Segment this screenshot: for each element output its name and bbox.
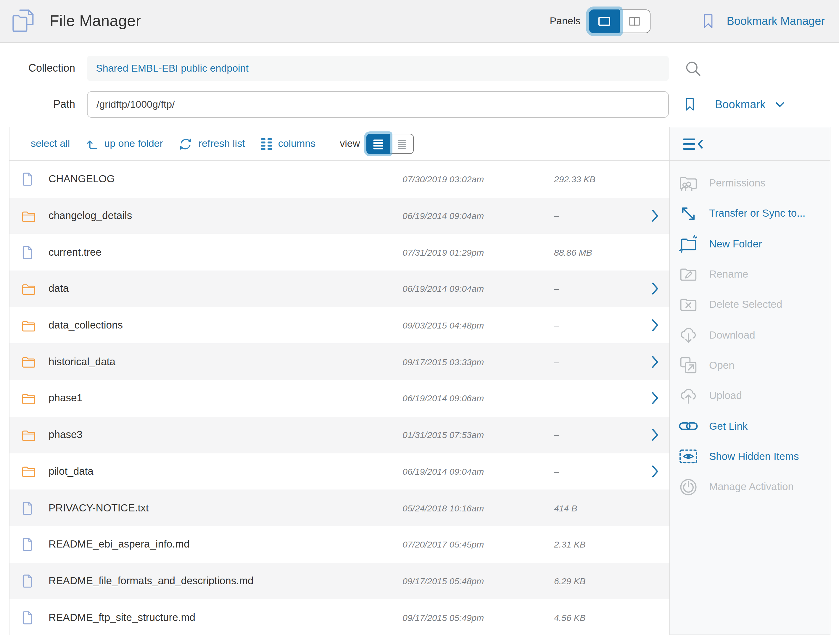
list-toolbar: select all up one folder: [10, 127, 670, 161]
item-size: 88.86 MB: [545, 247, 641, 257]
folder-row[interactable]: phase1 06/19/2014 09:06am –: [10, 380, 670, 416]
item-size: –: [545, 357, 641, 367]
view-list-icon: [372, 138, 385, 150]
file-row[interactable]: README_ebi_aspera_info.md 07/20/2017 05:…: [10, 526, 670, 563]
sidebar-item-get-link[interactable]: Get Link: [670, 411, 829, 442]
folder-row[interactable]: historical_data 09/17/2015 03:33pm –: [10, 343, 670, 380]
file-row[interactable]: README_ftp_site_structure.md 09/17/2015 …: [10, 599, 670, 636]
up-one-folder-button[interactable]: up one folder: [86, 138, 163, 150]
chevron-down-icon: [775, 102, 784, 107]
folder-row[interactable]: changelog_details 06/19/2014 09:04am –: [10, 197, 670, 234]
rename-icon: [678, 264, 699, 284]
select-all-button[interactable]: select all: [31, 138, 70, 150]
panels-dual-button[interactable]: [619, 9, 650, 33]
bookmark-manager-link[interactable]: Bookmark Manager: [702, 13, 825, 29]
endpoint-fields: Collection Shared EMBL-EBI public endpoi…: [0, 56, 839, 118]
folder-row[interactable]: data_collections 09/03/2015 04:48pm –: [10, 307, 670, 343]
panels-single-button[interactable]: [589, 9, 619, 33]
manage-activation-icon: [678, 477, 699, 497]
item-date: 06/19/2014 09:04am: [389, 467, 545, 476]
item-name: changelog_details: [49, 210, 389, 222]
action-list: Permissions Transfer or Sync to...: [670, 161, 829, 502]
item-name: pilot_data: [49, 465, 389, 478]
new-folder-icon: [678, 234, 699, 254]
folder-icon: [10, 465, 49, 477]
file-row[interactable]: PRIVACY-NOTICE.txt 05/24/2018 10:16am 41…: [10, 490, 670, 526]
sidebar-header: [670, 127, 829, 161]
chevron-right-icon[interactable]: [652, 356, 659, 368]
chevron-right-icon[interactable]: [652, 429, 659, 441]
file-icon: [10, 172, 49, 186]
sidebar-item-show-hidden-items[interactable]: Show Hidden Items: [670, 441, 829, 472]
collapse-panel-icon[interactable]: [683, 138, 704, 150]
file-list: CHANGELOG 07/30/2019 03:02am 292.33 KB c…: [10, 161, 670, 636]
chevron-right-icon[interactable]: [652, 210, 659, 222]
download-icon: [678, 325, 699, 345]
item-date: 06/19/2014 09:04am: [389, 211, 545, 221]
chevron-cell: [641, 210, 670, 222]
file-row[interactable]: README_file_formats_and_descriptions.md …: [10, 563, 670, 599]
up-one-folder-icon: [86, 138, 98, 150]
transfer-icon: [678, 204, 699, 224]
path-row: Path /gridftp/1000g/ftp/ Bookmark: [9, 91, 830, 118]
sidebar-item-manage-activation[interactable]: Manage Activation: [670, 472, 829, 502]
bookmark-label: Bookmark: [715, 98, 766, 111]
open-icon: [678, 355, 699, 376]
columns-button[interactable]: columns: [261, 138, 316, 150]
file-icon: [10, 537, 49, 551]
path-input[interactable]: /gridftp/1000g/ftp/: [87, 91, 669, 118]
panels-dual-icon: [627, 15, 642, 27]
sidebar-item-delete-selected[interactable]: Delete Selected: [670, 289, 829, 320]
item-name: README_ebi_aspera_info.md: [49, 538, 389, 550]
file-row[interactable]: current.tree 07/31/2019 01:29pm 88.86 MB: [10, 234, 670, 271]
item-name: data_collections: [49, 319, 389, 332]
sidebar-item-open[interactable]: Open: [670, 350, 829, 381]
collection-input[interactable]: Shared EMBL-EBI public endpoint: [87, 56, 669, 81]
item-size: –: [545, 211, 641, 221]
sidebar-item-rename[interactable]: Rename: [670, 259, 829, 290]
chevron-cell: [641, 356, 670, 368]
view-list-button[interactable]: [366, 134, 390, 154]
item-date: 06/19/2014 09:04am: [389, 284, 545, 294]
item-name: phase1: [49, 392, 389, 404]
item-date: 09/17/2015 05:49pm: [389, 612, 545, 623]
chevron-right-icon[interactable]: [652, 319, 659, 332]
sidebar-item-transfer-or-sync[interactable]: Transfer or Sync to...: [670, 199, 829, 229]
item-name: README_file_formats_and_descriptions.md: [49, 575, 389, 587]
folder-row[interactable]: pilot_data 06/19/2014 09:04am –: [10, 453, 670, 490]
folder-icon: [10, 319, 49, 331]
item-date: 09/03/2015 04:48pm: [389, 320, 545, 330]
show-hidden-icon: [678, 447, 699, 467]
collection-row: Collection Shared EMBL-EBI public endpoi…: [9, 56, 830, 81]
refresh-list-button[interactable]: refresh list: [179, 137, 245, 151]
bookmark-dropdown[interactable]: Bookmark: [685, 98, 784, 111]
item-date: 07/31/2019 01:29pm: [389, 247, 545, 257]
folder-row[interactable]: phase3 01/31/2015 07:53am –: [10, 417, 670, 453]
chevron-cell: [641, 392, 670, 404]
sidebar-item-upload[interactable]: Upload: [670, 381, 829, 411]
chevron-right-icon[interactable]: [652, 283, 659, 295]
item-date: 01/31/2015 07:53am: [389, 430, 545, 440]
view-compact-button[interactable]: [390, 134, 414, 154]
item-date: 06/19/2014 09:06am: [389, 393, 545, 403]
permissions-icon: [678, 173, 699, 193]
folder-row[interactable]: data 06/19/2014 09:04am –: [10, 271, 670, 307]
columns-icon: [261, 138, 272, 150]
folder-icon: [10, 283, 49, 295]
file-icon: [10, 245, 49, 259]
sidebar-item-permissions[interactable]: Permissions: [670, 168, 829, 199]
main-panel: select all up one folder: [9, 127, 830, 635]
item-size: –: [545, 284, 641, 294]
item-name: phase3: [49, 429, 389, 441]
chevron-cell: [641, 319, 670, 332]
search-icon[interactable]: [685, 60, 701, 77]
item-size: –: [545, 393, 641, 403]
page-title: File Manager: [50, 12, 141, 30]
file-row[interactable]: CHANGELOG 07/30/2019 03:02am 292.33 KB: [10, 161, 670, 197]
item-size: –: [545, 320, 641, 330]
sidebar-item-download[interactable]: Download: [670, 320, 829, 350]
sidebar-item-new-folder[interactable]: New Folder: [670, 229, 829, 259]
chevron-right-icon[interactable]: [652, 465, 659, 478]
chevron-right-icon[interactable]: [652, 392, 659, 404]
path-value: /gridftp/1000g/ftp/: [97, 99, 175, 110]
